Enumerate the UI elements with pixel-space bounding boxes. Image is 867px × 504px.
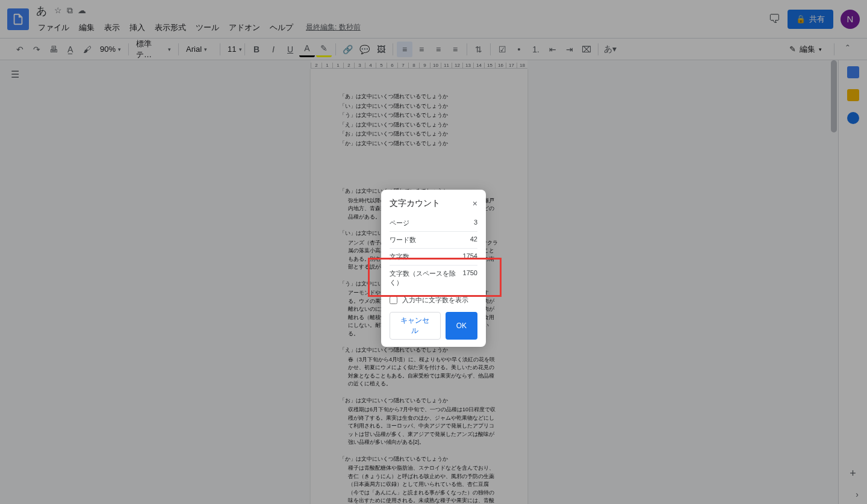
dialog-stat-row: 文字数（スペースを除く）1750 [390,266,477,291]
doc-line: 「あ」は文中にいくつ隠れているでしょうか [340,93,499,101]
vertical-scrollbar[interactable] [830,60,838,504]
stat-label: ワード数 [390,235,416,244]
calendar-icon[interactable] [847,66,859,78]
clear-format-icon[interactable]: ⌧ [579,42,594,57]
close-icon[interactable]: × [473,199,477,208]
number-list-icon[interactable]: 1. [528,42,544,57]
comment-insert-icon[interactable]: 💬 [356,42,372,57]
add-addon-icon[interactable]: + [850,467,856,480]
ruler-mark: 16 [495,63,506,68]
toolbar: ↶ ↷ 🖶 A̲ 🖌 90% 標準テ… Arial 11 B I U A ✎ 🔗… [0,39,867,60]
share-label: 共有 [809,14,825,25]
pencil-icon: ✎ [789,45,796,54]
fontsize-select[interactable]: 11 [224,43,241,55]
lock-icon: 🔒 [796,14,806,23]
comments-icon[interactable]: 🗨 [768,12,780,26]
tasks-icon[interactable] [847,112,859,124]
align-right-icon[interactable]: ≡ [430,42,446,57]
menu-format[interactable]: 表示形式 [151,20,190,36]
doc-line: 「う」は文中にいくつ隠れているでしょうか [340,111,499,120]
ruler-mark: 11 [441,63,452,68]
checklist-icon[interactable]: ☑ [494,42,510,57]
ruler-mark: 3 [354,63,365,68]
keep-icon[interactable] [847,89,859,101]
horizontal-ruler[interactable]: 21123456789101112131415161718 [311,60,527,69]
bullet-list-icon[interactable]: • [511,42,527,57]
last-edit-text[interactable]: 最終編集: 数秒前 [306,22,361,33]
link-icon[interactable]: 🔗 [340,42,355,57]
header-bar: あ ☆ ⧉ ☁ ファイル 編集 表示 挿入 表示形式 ツール アドオン ヘルプ … [0,0,867,39]
ok-button[interactable]: OK [446,312,477,340]
document-title[interactable]: あ [34,3,49,19]
ruler-mark: 1 [322,63,332,68]
drive-status-icon[interactable]: ☁ [78,5,86,16]
doc-line: 「い」は文中にいくつ隠れているでしょうか [340,102,499,111]
ruler-mark: 8 [408,63,419,68]
share-button[interactable]: 🔒 共有 [788,10,833,29]
redo-icon[interactable]: ↷ [29,42,45,57]
menu-edit[interactable]: 編集 [75,20,99,36]
menu-tools[interactable]: ツール [191,20,223,36]
ime-icon[interactable]: あ▾ [602,42,618,57]
dialog-stat-row: ワード数42 [390,232,477,249]
ruler-mark: 14 [473,63,484,68]
stat-label: 文字数（スペースを除く） [390,269,463,287]
ruler-mark: 2 [311,63,322,68]
ruler-mark: 10 [430,63,441,68]
highlight-color-icon[interactable]: ✎ [316,42,332,57]
move-icon[interactable]: ⧉ [67,5,73,16]
line-spacing-icon[interactable]: ⇅ [471,42,486,57]
stat-value: 42 [470,235,477,244]
dialog-stat-row: ページ3 [390,215,477,232]
word-count-dialog: 文字カウント × ページ3ワード数42文字数1754文字数（スペースを除く）17… [381,190,486,347]
doc-line: 「か」は文中にいくつ隠れているでしょうか [340,140,499,148]
style-select[interactable]: 標準テ… [132,37,175,61]
docs-logo-icon[interactable] [7,8,29,30]
menu-addons[interactable]: アドオン [225,20,264,36]
collapse-toolbar-icon[interactable]: ˆ [841,42,855,57]
cancel-button[interactable]: キャンセル [390,312,441,340]
star-icon[interactable]: ☆ [54,5,62,16]
ruler-mark: 1 [332,63,343,68]
doc-heading: 「か」は文中にいくつ隠れているでしょうか [340,455,499,464]
zoom-select[interactable]: 90% [96,43,125,55]
stat-value: 1750 [463,269,477,287]
ruler-mark: 7 [397,63,408,68]
undo-icon[interactable]: ↶ [12,42,28,57]
checkbox-input[interactable] [390,296,397,304]
doc-heading: 「お」は文中にいくつ隠れているでしょうか [340,397,499,405]
stat-label: 文字数 [390,252,409,261]
user-avatar[interactable]: N [841,10,860,29]
edit-mode-select[interactable]: ✎ 編集 ▾ [783,42,828,57]
paint-format-icon[interactable]: 🖌 [79,42,95,57]
underline-icon[interactable]: U [282,42,298,57]
outline-toggle-icon[interactable]: ☰ [11,69,19,80]
doc-paragraph: 種子は青酸配糖体や脂肪油、ステロイドなどを含んでおり、杏仁（きょうにん）と呼ばれ… [340,464,499,504]
menu-help[interactable]: ヘルプ [266,20,297,36]
menu-file[interactable]: ファイル [34,20,73,36]
align-left-icon[interactable]: ≡ [397,42,412,57]
bold-icon[interactable]: B [249,42,264,57]
text-color-icon[interactable]: A [299,42,315,57]
font-select[interactable]: Arial [182,43,216,55]
ruler-mark: 9 [419,63,430,68]
menu-insert[interactable]: 挿入 [125,20,149,36]
print-icon[interactable]: 🖶 [46,42,61,57]
align-justify-icon[interactable]: ≡ [447,42,463,57]
ruler-mark: 6 [387,63,397,68]
image-insert-icon[interactable]: 🖼 [373,42,389,57]
spellcheck-icon[interactable]: A̲ [63,42,78,57]
scroll-thumb[interactable] [831,60,837,132]
menu-bar: ファイル 編集 表示 挿入 表示形式 ツール アドオン ヘルプ 最終編集: 数秒… [34,20,768,36]
side-panel-collapse-icon[interactable]: › [856,490,859,499]
side-panel: + [838,60,867,504]
menu-view[interactable]: 表示 [100,20,124,36]
show-count-while-typing-checkbox[interactable]: 入力中に文字数を表示 [390,291,477,307]
ruler-mark: 17 [506,63,517,68]
stat-label: ページ [390,219,409,228]
ruler-mark: 5 [376,63,387,68]
align-center-icon[interactable]: ≡ [414,42,429,57]
indent-decrease-icon[interactable]: ⇤ [545,42,561,57]
italic-icon[interactable]: I [266,42,281,57]
indent-increase-icon[interactable]: ⇥ [562,42,577,57]
